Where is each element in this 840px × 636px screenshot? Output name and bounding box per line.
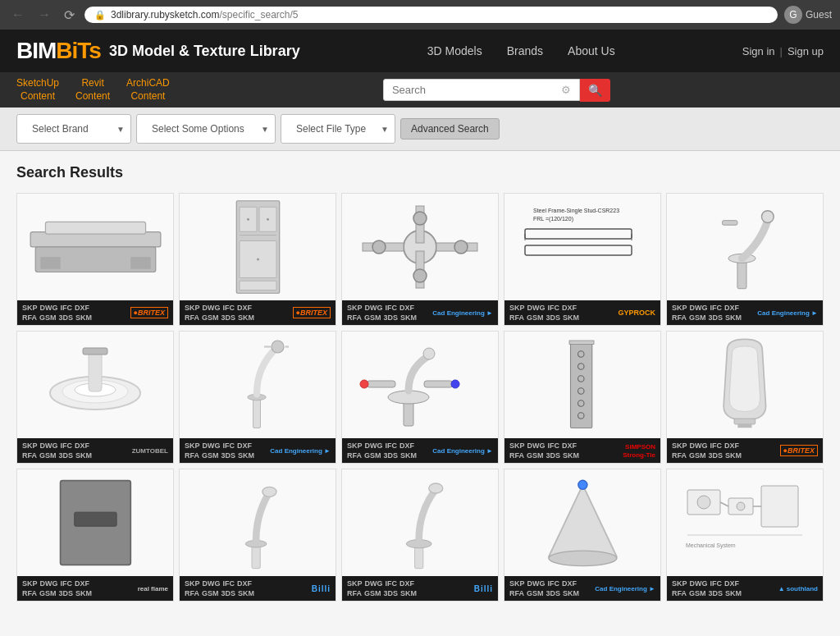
format-tag: SKP xyxy=(22,579,38,588)
brand-logo: GYPROCK xyxy=(618,309,655,317)
signup-link[interactable]: Sign up xyxy=(788,45,824,57)
format-tag: RFA xyxy=(672,451,687,460)
product-image xyxy=(504,332,660,438)
product-card[interactable]: SKPDWGIFCDXFRFAGSM3DSSKMCad Engineering … xyxy=(341,193,499,326)
options-select[interactable]: Select Some Options xyxy=(136,114,276,144)
format-tag: GSM xyxy=(39,451,57,460)
filetype-select-wrapper: Select File Type xyxy=(281,114,395,144)
browser-guest: G Guest xyxy=(784,6,832,24)
product-footer: SKPDWGIFCDXFRFAGSM3DSSKMCad Engineering … xyxy=(504,576,660,601)
product-card[interactable]: SKPDWGIFCDXFRFAGSM3DSSKMZUMTOBEL xyxy=(16,331,174,464)
product-footer: SKPDWGIFCDXFRFAGSM3DSSKMCad Engineering … xyxy=(342,300,498,325)
format-tag: SKM xyxy=(563,313,579,322)
brand-logo: Billi xyxy=(474,584,493,593)
format-tag: RFA xyxy=(22,451,37,460)
svg-text:FRL =(120/120): FRL =(120/120) xyxy=(533,216,573,222)
format-tag: GSM xyxy=(527,589,544,597)
product-card[interactable]: SKPDWGIFCDXFRFAGSM3DSSKMCad Engineering … xyxy=(504,469,661,602)
svg-rect-37 xyxy=(83,348,107,355)
format-tag: IFC xyxy=(61,442,73,450)
product-card[interactable]: SKPDWGIFCDXFRFAGSM3DSSKM●BRITEX xyxy=(179,193,336,326)
filetype-select[interactable]: Select File Type xyxy=(281,114,395,144)
format-tag: RFA xyxy=(185,451,199,460)
format-tag: DWG xyxy=(203,579,221,588)
format-tag: IFC xyxy=(710,579,723,588)
format-tag: SKM xyxy=(238,313,254,322)
guest-icon: G xyxy=(784,6,802,24)
address-bar[interactable]: 🔒 3dlibrary.rubysketch.com/specific_sear… xyxy=(84,7,778,23)
back-button[interactable]: ← xyxy=(8,6,28,24)
sidebar-item-revit[interactable]: RevitContent xyxy=(75,77,110,103)
logo[interactable]: BIMBiTs xyxy=(16,38,101,64)
format-tag: GSM xyxy=(202,313,219,322)
svg-point-48 xyxy=(451,380,459,388)
product-card[interactable]: SKPDWGIFCDXFRFAGSM3DSSKMSIMPSONStrong-Ti… xyxy=(504,331,661,464)
format-tags: SKPDWGIFCDXFRFAGSM3DSSKM xyxy=(509,442,619,460)
product-footer: SKPDWGIFCDXFRFAGSM3DSSKMCad Engineering … xyxy=(180,438,336,463)
logo-bim: BIM xyxy=(16,38,56,63)
svg-point-22 xyxy=(413,269,427,282)
header-auth: Sign in | Sign up xyxy=(742,45,824,57)
advanced-search-button[interactable]: Advanced Search xyxy=(400,118,500,140)
brand-logo: Billi xyxy=(312,584,331,593)
format-tag: 3DS xyxy=(709,313,724,322)
svg-rect-36 xyxy=(89,352,102,391)
product-grid: SKPDWGIFCDXFRFAGSM3DSSKM●BRITEX SKPDWGIF… xyxy=(16,193,824,602)
svg-point-40 xyxy=(272,341,284,353)
brand-logo: SIMPSONStrong-Tie xyxy=(623,442,655,459)
product-card[interactable]: Steel Frame-Single Stud-CSR223 FRL =(120… xyxy=(504,193,661,326)
product-card[interactable]: SKPDWGIFCDXFRFAGSM3DSSKMBilli xyxy=(179,469,336,602)
format-tag: RFA xyxy=(347,451,362,460)
product-card[interactable]: SKPDWGIFCDXFRFAGSM3DSSKMCad Engineering … xyxy=(666,193,824,326)
brand-select[interactable]: Select Brand xyxy=(16,114,131,144)
format-tag: DWG xyxy=(40,579,58,588)
search-input[interactable] xyxy=(392,84,558,96)
format-tag: DWG xyxy=(690,442,708,450)
format-tag: DWG xyxy=(40,442,58,450)
format-tags: SKPDWGIFCDXFRFAGSM3DSSKM xyxy=(347,579,471,597)
format-tag: 3DS xyxy=(546,313,561,322)
product-image xyxy=(180,332,336,438)
format-tag: SKP xyxy=(185,304,200,312)
nav-3d-models[interactable]: 3D Models xyxy=(427,44,482,57)
product-card[interactable]: Mechanical System SKPDWGIFCDXFRFAGSM3DSS… xyxy=(666,469,824,602)
nav-brands[interactable]: Brands xyxy=(507,44,543,57)
svg-point-19 xyxy=(372,240,386,254)
product-footer: SKPDWGIFCDXFRFAGSM3DSSKM▲ southland xyxy=(667,576,823,601)
nav-about[interactable]: About Us xyxy=(568,44,615,57)
search-button[interactable]: 🔍 xyxy=(580,79,610,102)
format-tag: GSM xyxy=(364,313,381,322)
reload-button[interactable]: ⟳ xyxy=(61,6,78,25)
product-card[interactable]: SKPDWGIFCDXFRFAGSM3DSSKMreal flame xyxy=(16,469,174,602)
product-card[interactable]: SKPDWGIFCDXFRFAGSM3DSSKMCad Engineering … xyxy=(179,331,336,464)
svg-point-10 xyxy=(247,218,249,221)
signin-link[interactable]: Sign in xyxy=(742,45,775,57)
format-tag: 3DS xyxy=(384,589,399,597)
format-tag: DXF xyxy=(562,442,577,450)
product-card[interactable]: SKPDWGIFCDXFRFAGSM3DSSKMCad Engineering … xyxy=(341,331,499,464)
sub-nav-items: SketchUpContent RevitContent ArchiCADCon… xyxy=(16,77,170,103)
svg-text:Mechanical System: Mechanical System xyxy=(686,542,736,549)
format-tag: IFC xyxy=(548,579,560,588)
product-footer: SKPDWGIFCDXFRFAGSM3DSSKMBilli xyxy=(342,576,498,601)
filetype-dropdown[interactable]: Select File Type xyxy=(290,119,386,139)
format-tags: SKPDWGIFCDXFRFAGSM3DSSKM xyxy=(509,304,614,322)
sidebar-item-archicad[interactable]: ArchiCADContent xyxy=(126,77,170,103)
product-card[interactable]: SKPDWGIFCDXFRFAGSM3DSSKMBilli xyxy=(341,469,499,602)
forward-button[interactable]: → xyxy=(34,6,54,24)
options-dropdown[interactable]: Select Some Options xyxy=(145,119,267,139)
svg-point-21 xyxy=(413,212,427,225)
sidebar-item-sketchup[interactable]: SketchUpContent xyxy=(16,77,59,103)
product-image xyxy=(342,194,498,300)
format-tag: SKP xyxy=(509,304,525,312)
main-content: Search Results SKPDWGIFCDXFRFAGSM3DSSKM●… xyxy=(0,151,840,636)
format-tags: SKPDWGIFCDXFRFAGSM3DSSKM xyxy=(185,579,308,597)
format-tag: 3DS xyxy=(59,451,74,460)
product-card[interactable]: SKPDWGIFCDXFRFAGSM3DSSKM●BRITEX xyxy=(666,331,824,464)
product-footer: SKPDWGIFCDXFRFAGSM3DSSKM●BRITEX xyxy=(17,300,173,325)
header-nav: 3D Models Brands About Us xyxy=(427,44,615,57)
format-tag: DWG xyxy=(527,442,546,450)
brand-dropdown[interactable]: Select Brand xyxy=(25,119,122,139)
format-tag: IFC xyxy=(223,442,235,450)
product-card[interactable]: SKPDWGIFCDXFRFAGSM3DSSKM●BRITEX xyxy=(16,193,174,326)
